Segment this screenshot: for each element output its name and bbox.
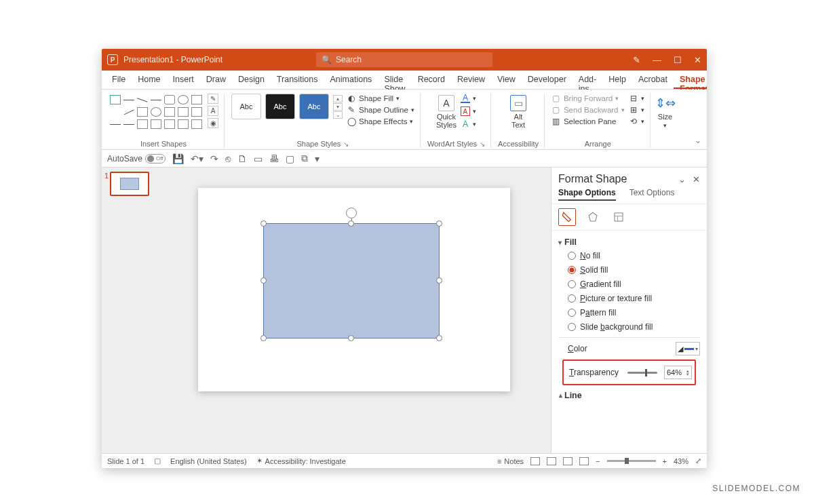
slide[interactable] (198, 188, 510, 391)
resize-handle-w[interactable] (260, 277, 267, 284)
resize-handle-nw[interactable] (260, 220, 267, 227)
resize-handle-s[interactable] (348, 335, 354, 341)
accessibility-status[interactable]: ✶ Accessibility: Investigate (256, 457, 346, 465)
line-section-header[interactable]: ▸Line (558, 391, 700, 400)
pane-close-button[interactable]: ✕ (693, 174, 700, 185)
shape-outline-button[interactable]: ✎Shape Outline▾ (347, 105, 414, 115)
close-button[interactable]: ✕ (694, 55, 701, 65)
slide-thumbnail-1[interactable] (110, 172, 149, 196)
text-outline-button[interactable]: A▾ (461, 106, 476, 116)
style-gallery-scroll[interactable]: ▴▾⌄ (333, 95, 343, 119)
zoom-in-button[interactable]: + (663, 457, 667, 465)
group-button[interactable]: ⊞▾ (629, 105, 644, 115)
search-box[interactable]: 🔍 Search (316, 52, 492, 67)
fill-section-header[interactable]: ▾Fill (558, 237, 700, 247)
text-effects-button[interactable]: A▾ (461, 119, 476, 129)
quick-styles-button[interactable]: A Quick Styles (436, 94, 457, 129)
tab-insert[interactable]: Insert (167, 71, 200, 89)
tab-addins[interactable]: Add-ins (573, 71, 602, 89)
save-button[interactable]: 💾 (172, 153, 184, 164)
radio-slide-bg-fill[interactable]: Slide background fill (568, 322, 700, 332)
send-backward-button[interactable]: ▢Send Backward▾ (551, 105, 625, 115)
resize-handle-n[interactable] (348, 220, 354, 227)
style-preset-3[interactable]: Abc (299, 94, 329, 119)
notes-button[interactable]: ≡ Notes (497, 457, 524, 465)
redo-button[interactable]: ↷ (210, 153, 218, 164)
normal-view-button[interactable] (530, 457, 540, 465)
fit-to-window-button[interactable]: ⤢ (695, 457, 701, 465)
shape-fill-button[interactable]: ◐Shape Fill▾ (347, 94, 414, 103)
radio-picture-fill[interactable]: Picture or texture fill (568, 294, 700, 303)
fill-color-button[interactable]: ◢▾ (676, 342, 700, 355)
qat-btn-1[interactable]: ⎋ (225, 153, 231, 164)
resize-handle-e[interactable] (436, 277, 442, 284)
effects-icon[interactable] (584, 208, 602, 226)
shape-effects-button[interactable]: ◯Shape Effects▾ (347, 117, 414, 126)
tab-slide-show[interactable]: Slide Show (378, 71, 411, 89)
style-preset-1[interactable]: Abc (231, 94, 261, 119)
rotate-button[interactable]: ⟲▾ (629, 117, 644, 126)
tab-home[interactable]: Home (132, 71, 166, 89)
size-properties-icon[interactable] (610, 208, 627, 226)
tab-help[interactable]: Help (602, 71, 632, 89)
resize-handle-sw[interactable] (260, 335, 267, 341)
tab-file[interactable]: File (106, 71, 132, 89)
tab-developer[interactable]: Developer (522, 71, 573, 89)
tab-shape-format[interactable]: Shape Format (674, 71, 707, 89)
tab-animations[interactable]: Animations (324, 71, 379, 89)
shape-gallery[interactable] (109, 94, 204, 131)
size-button[interactable]: ⇕⇔ Size▾ (657, 94, 674, 129)
slide-canvas-area[interactable] (157, 168, 551, 453)
radio-gradient-fill[interactable]: Gradient fill (568, 279, 700, 289)
edit-shape-button[interactable]: ✎ (208, 94, 218, 104)
tab-view[interactable]: View (491, 71, 522, 89)
transparency-slider[interactable] (627, 372, 657, 374)
tab-draw[interactable]: Draw (200, 71, 232, 89)
align-button[interactable]: ⊟▾ (629, 94, 644, 103)
maximize-button[interactable]: ☐ (674, 55, 682, 65)
tab-record[interactable]: Record (412, 71, 451, 89)
qat-btn-2[interactable]: 🗋 (237, 153, 247, 164)
zoom-slider[interactable] (607, 460, 656, 462)
minimize-button[interactable]: — (653, 55, 661, 65)
tab-design[interactable]: Design (232, 71, 271, 89)
qat-customize[interactable]: ▾ (315, 153, 319, 164)
radio-solid-fill[interactable]: Solid fill (568, 265, 700, 275)
resize-handle-se[interactable] (436, 335, 442, 341)
alt-text-button[interactable]: ▭ Alt Text (510, 94, 526, 129)
qat-btn-6[interactable]: ⧉ (301, 153, 308, 164)
collapse-ribbon-button[interactable]: ⌄ (695, 136, 701, 145)
pen-icon[interactable]: ✎ (633, 55, 640, 65)
text-fill-button[interactable]: A▾ (461, 94, 476, 103)
slide-indicator[interactable]: Slide 1 of 1 (107, 457, 144, 465)
undo-button[interactable]: ↶▾ (191, 153, 204, 164)
pane-tab-text-options[interactable]: Text Options (629, 188, 675, 201)
radio-no-fill[interactable]: No fill (568, 251, 700, 260)
merge-shapes-button[interactable]: ◉ (208, 118, 218, 128)
qat-btn-3[interactable]: ▭ (254, 153, 263, 164)
language-indicator[interactable]: English (United States) (170, 457, 247, 465)
spell-check-icon[interactable]: ▢ (154, 457, 161, 465)
radio-pattern-fill[interactable]: Pattern fill (568, 308, 700, 317)
pane-tab-shape-options[interactable]: Shape Options (558, 188, 616, 201)
resize-handle-ne[interactable] (436, 220, 442, 227)
rotation-handle[interactable] (346, 208, 357, 218)
qat-btn-4[interactable]: 🖶 (269, 153, 279, 164)
tab-transitions[interactable]: Transitions (271, 71, 324, 89)
tab-review[interactable]: Review (451, 71, 491, 89)
text-box-button[interactable]: A (208, 106, 218, 116)
reading-view-button[interactable] (563, 457, 573, 465)
shape-styles-launcher[interactable]: ↘ (343, 140, 349, 148)
zoom-out-button[interactable]: − (596, 457, 600, 465)
tab-acrobat[interactable]: Acrobat (632, 71, 674, 89)
fill-line-icon[interactable] (558, 208, 576, 226)
zoom-level[interactable]: 43% (674, 457, 689, 465)
slideshow-button[interactable] (579, 457, 589, 465)
sorter-view-button[interactable] (547, 457, 556, 465)
autosave-toggle[interactable]: Off (145, 154, 166, 163)
qat-btn-5[interactable]: ▢ (286, 153, 294, 164)
selected-rectangle-shape[interactable] (263, 223, 440, 338)
style-preset-2[interactable]: Abc (265, 94, 295, 119)
bring-forward-button[interactable]: ▢Bring Forward▾ (551, 94, 625, 103)
selection-pane-button[interactable]: ▥Selection Pane (551, 117, 625, 126)
